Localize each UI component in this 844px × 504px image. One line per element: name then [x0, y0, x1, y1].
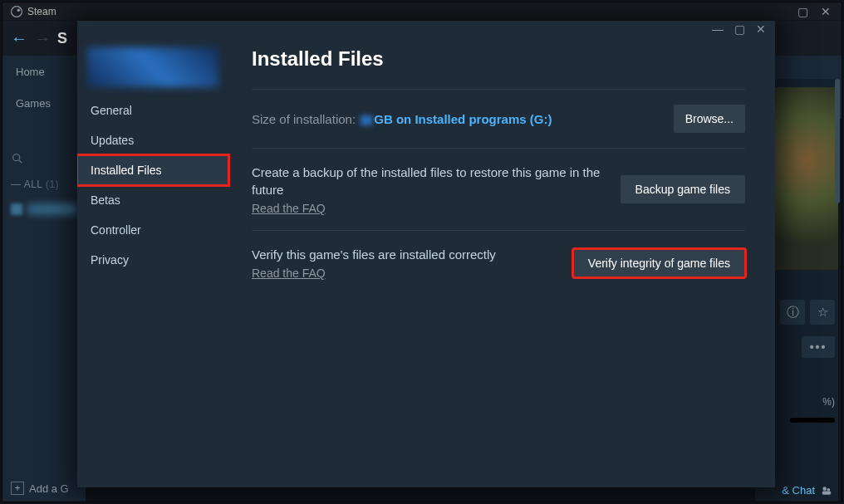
dlg-tab-betas[interactable]: Betas — [77, 185, 228, 215]
verify-faq-link[interactable]: Read the FAQ — [252, 267, 326, 280]
friends-chat-button[interactable]: & Chat — [782, 484, 833, 497]
subtab-home[interactable]: Home — [2, 56, 58, 87]
friends-chat-label: & Chat — [782, 484, 815, 497]
outer-tab-steam[interactable]: Steam — [2, 2, 65, 21]
verify-label: Verify this game's files are installed c… — [252, 246, 557, 263]
dlg-tab-general[interactable]: General — [77, 95, 228, 125]
dialog-minimize-icon[interactable]: — — [709, 22, 727, 37]
row-verify: Verify this game's files are installed c… — [252, 230, 745, 295]
game-properties-dialog: — ▢ ✕ General Updates Installed Files Be… — [77, 21, 775, 487]
svg-point-0 — [12, 6, 22, 17]
add-game-label: Add a G — [29, 482, 69, 495]
steam-client-body: ← → S Home Games — ALL (1) + Add a G — [2, 21, 842, 502]
size-redacted — [361, 115, 372, 125]
svg-point-5 — [827, 487, 830, 491]
dlg-tab-privacy[interactable]: Privacy — [77, 245, 228, 275]
library-all-count: (1) — [46, 179, 59, 190]
outer-tabbar: Steam ▢ ✕ — [2, 2, 842, 21]
game-name-redacted — [27, 203, 77, 215]
info-button[interactable]: ⓘ — [780, 300, 805, 325]
dlg-tab-updates[interactable]: Updates — [77, 125, 228, 155]
svg-rect-6 — [822, 491, 832, 494]
add-game-button[interactable]: + Add a G — [11, 482, 69, 495]
plus-icon: + — [11, 482, 24, 495]
outer-window-controls: ▢ ✕ — [793, 4, 842, 19]
achievement-percent: %) — [790, 396, 835, 408]
backup-faq-link[interactable]: Read the FAQ — [252, 202, 326, 215]
game-icon — [11, 203, 22, 215]
row-size: Size of installation: GB on Installed pr… — [252, 89, 745, 148]
close-icon[interactable]: ✕ — [817, 4, 835, 19]
dialog-maximize-icon[interactable]: ▢ — [730, 22, 748, 37]
svg-point-4 — [822, 487, 827, 491]
verify-integrity-button[interactable]: Verify integrity of game files — [573, 249, 745, 277]
dialog-sidebar: General Updates Installed Files Betas Co… — [77, 36, 228, 487]
dialog-body: General Updates Installed Files Betas Co… — [77, 36, 775, 487]
svg-line-3 — [19, 160, 22, 163]
nav-section-label: S — [57, 30, 67, 47]
dialog-close-icon[interactable]: ✕ — [752, 22, 770, 37]
dialog-window-controls: — ▢ ✕ — [709, 22, 770, 36]
size-value-link[interactable]: GB on Installed programs (G:) — [374, 112, 552, 126]
row-backup: Create a backup of the installed files t… — [252, 148, 745, 230]
app-window: Steam ▢ ✕ ← → S Home Games — ALL (1) — [2, 2, 842, 502]
dialog-title: Installed Files — [252, 47, 745, 71]
scrollbar-thumb[interactable] — [835, 79, 840, 203]
dlg-tab-installed-files[interactable]: Installed Files — [77, 155, 228, 185]
steam-logo-icon — [11, 6, 22, 17]
size-label: Size of installation: — [252, 112, 356, 126]
dlg-tab-controller[interactable]: Controller — [77, 215, 228, 245]
dialog-titlebar: — ▢ ✕ — [77, 21, 775, 36]
dialog-game-header-redacted — [87, 47, 218, 87]
backup-label: Create a backup of the installed files t… — [252, 164, 604, 198]
library-search[interactable] — [2, 147, 86, 170]
outer-tab-label: Steam — [27, 6, 56, 17]
more-menu-button[interactable]: ••• — [802, 336, 835, 358]
library-all-header[interactable]: — ALL (1) — [2, 170, 86, 198]
library-sidebar: — ALL (1) — [2, 114, 86, 502]
nav-forward-icon[interactable]: → — [34, 29, 51, 48]
search-icon — [11, 152, 24, 165]
maximize-icon[interactable]: ▢ — [793, 4, 812, 19]
library-game-item[interactable] — [2, 198, 86, 220]
nav-back-icon[interactable]: ← — [11, 29, 27, 48]
achievement-bar — [790, 418, 835, 423]
friends-icon — [820, 485, 833, 497]
browse-button[interactable]: Browse... — [674, 105, 745, 133]
svg-point-2 — [13, 154, 20, 161]
backup-button[interactable]: Backup game files — [621, 175, 745, 203]
dialog-main-panel: Installed Files Size of installation: GB… — [228, 36, 775, 487]
svg-point-1 — [17, 8, 20, 12]
library-all-label: — ALL — [11, 179, 42, 190]
favorite-button[interactable]: ☆ — [810, 300, 835, 325]
